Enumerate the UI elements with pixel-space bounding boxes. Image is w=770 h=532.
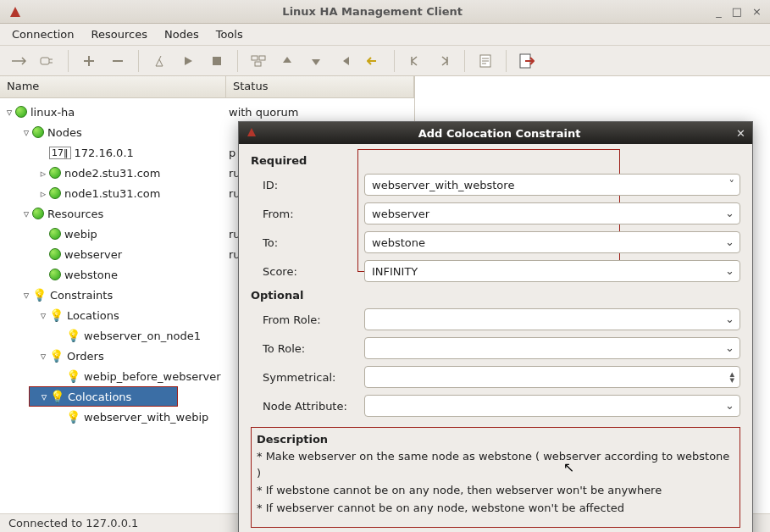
app-icon [8, 5, 22, 19]
status-dot-icon [49, 248, 61, 260]
expander-icon[interactable]: ▿ [38, 391, 50, 403]
bulb-icon: 💡 [66, 410, 80, 424]
close-window-icon[interactable]: × [752, 5, 762, 18]
from-value: webserver [372, 208, 429, 220]
expander-icon[interactable]: ▿ [20, 289, 32, 302]
description-box: Description * Make webserver on the same… [251, 427, 740, 528]
status-dot-icon [49, 167, 61, 179]
symmetrical-spinner[interactable]: ▴▾ [364, 366, 740, 388]
tree-label: 172.16.0.1 [71, 147, 134, 159]
to-role-select[interactable]: ⌄ [364, 337, 740, 359]
symmetrical-label: Symmetrical: [251, 371, 364, 384]
toolbar-connect-icon[interactable] [7, 49, 30, 73]
expander-icon[interactable]: ▿ [37, 309, 49, 322]
expander-icon[interactable]: ▿ [20, 208, 32, 220]
toolbar-stop-icon[interactable] [205, 49, 229, 73]
column-headers: Name Status [0, 76, 414, 98]
menu-tools[interactable]: Tools [216, 28, 243, 41]
toolbar-remove-icon[interactable] [106, 49, 130, 73]
description-line: * If webserver cannot be on any node, we… [257, 500, 734, 517]
menu-connection[interactable]: Connection [12, 28, 75, 41]
chevron-down-icon[interactable]: ⌄ [725, 399, 734, 412]
network-icon: 17‖ [49, 147, 71, 159]
status-text: Connected to 127.0.0.1 [8, 517, 138, 529]
toolbar-group-icon[interactable] [247, 49, 270, 73]
from-select[interactable]: webserver⌄ [364, 202, 740, 224]
toolbar-down-icon[interactable] [304, 49, 328, 73]
node-attribute-select[interactable]: ⌄ [364, 395, 740, 417]
column-name-header[interactable]: Name [0, 76, 226, 97]
minimize-icon[interactable]: _ [716, 5, 722, 18]
description-label: Description [257, 431, 734, 448]
bulb-icon: 💡 [66, 369, 80, 383]
spinner-icon[interactable]: ▴▾ [729, 371, 734, 383]
tree-label: Locations [64, 309, 119, 322]
expander-icon[interactable]: ▿ [20, 126, 32, 139]
from-role-select[interactable]: ⌄ [364, 308, 740, 330]
id-label: ID: [251, 179, 364, 191]
tree-item-colocations[interactable]: ▿ 💡 Colocations [29, 386, 178, 407]
status-dot-icon [49, 187, 61, 199]
chevron-down-icon[interactable]: ˅ [729, 178, 735, 191]
svg-rect-1 [213, 57, 221, 65]
bulb-icon: 💡 [49, 349, 64, 363]
chevron-down-icon[interactable]: ⌄ [725, 207, 734, 219]
dialog-close-icon[interactable]: ✕ [736, 127, 745, 140]
tree-label: node2.stu31.com [61, 167, 160, 180]
expander-icon[interactable]: ▹ [37, 167, 49, 180]
tree-item-root[interactable]: ▿ linux-ha with quorum [0, 102, 414, 122]
toolbar-document-icon[interactable] [474, 49, 497, 73]
description-line: * Make webserver on the same node as web… [257, 448, 734, 482]
svg-rect-3 [259, 56, 265, 60]
toolbar-undo-icon[interactable] [362, 49, 385, 73]
tree-label: Constraints [47, 289, 113, 302]
tree-label: webserver_with_webip [80, 411, 208, 424]
chevron-down-icon[interactable]: ⌄ [725, 341, 734, 354]
to-role-label: To Role: [251, 342, 364, 355]
tree-label: Colocations [64, 391, 131, 403]
menu-resources[interactable]: Resources [91, 28, 147, 41]
tree-label: node1.stu31.com [61, 187, 160, 200]
chevron-down-icon[interactable]: ⌄ [725, 264, 734, 277]
column-status-header[interactable]: Status [226, 76, 414, 97]
score-label: Score: [251, 265, 364, 278]
from-role-label: From Role: [251, 313, 364, 326]
tree-status: with quorum [229, 106, 298, 119]
status-dot-icon [32, 126, 44, 138]
expander-icon[interactable]: ▿ [37, 350, 49, 363]
status-dot-icon [49, 269, 61, 280]
tree-label: linux-ha [27, 106, 75, 119]
toolbar-plug-icon[interactable] [36, 49, 59, 73]
toolbar-first-icon[interactable] [333, 49, 357, 73]
id-input[interactable]: webserver_with_webstore˅ [364, 174, 740, 196]
chevron-down-icon[interactable]: ⌄ [725, 313, 734, 325]
id-value: webserver_with_webstore [372, 179, 514, 191]
toolbar-left-icon[interactable] [403, 49, 427, 73]
status-dot-icon [15, 106, 27, 118]
score-select[interactable]: INFINITY⌄ [364, 260, 740, 282]
toolbar-add-icon[interactable] [77, 49, 101, 73]
expander-icon[interactable]: ▿ [3, 106, 15, 119]
to-select[interactable]: webstone⌄ [364, 231, 740, 253]
maximize-icon[interactable]: □ [732, 5, 742, 18]
window-titlebar: Linux HA Management Client _ □ × [0, 0, 770, 24]
toolbar-clean-icon[interactable] [147, 49, 171, 73]
chevron-down-icon[interactable]: ⌄ [725, 236, 734, 248]
toolbar-up-icon[interactable] [275, 49, 299, 73]
toolbar-right-icon[interactable] [432, 49, 456, 73]
expander-icon[interactable]: ▹ [37, 187, 49, 200]
toolbar-exit-icon[interactable] [515, 49, 539, 73]
dialog-titlebar[interactable]: Add Colocation Constraint ✕ [239, 122, 752, 144]
bulb-icon: 💡 [49, 308, 64, 322]
status-dot-icon [32, 208, 44, 219]
cursor-icon: ↖ [563, 457, 574, 479]
toolbar [0, 46, 770, 76]
tree-status: p [229, 147, 235, 159]
toolbar-play-icon[interactable] [176, 49, 200, 73]
menu-nodes[interactable]: Nodes [164, 28, 199, 41]
status-dot-icon [49, 228, 61, 240]
from-label: From: [251, 208, 364, 220]
required-section-label: Required [251, 151, 740, 170]
tree-label: webstone [61, 269, 118, 281]
tree-label: webip_before_webserver [80, 370, 221, 383]
